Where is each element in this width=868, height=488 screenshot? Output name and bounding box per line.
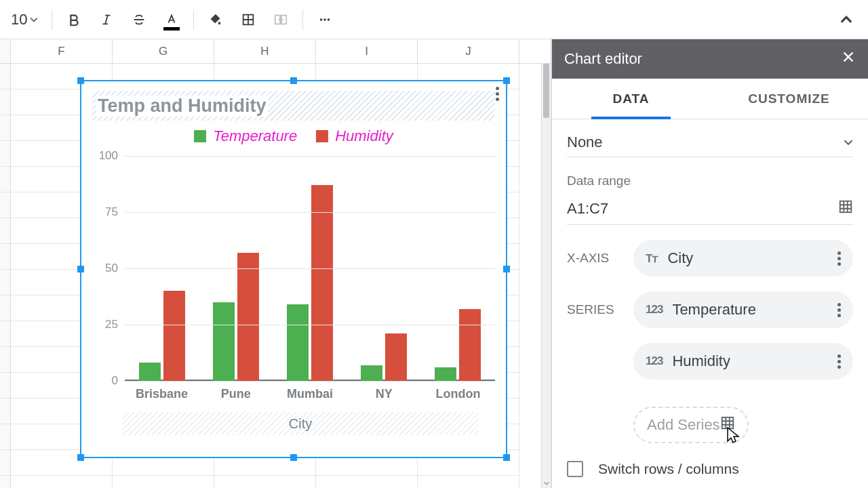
number-type-icon: 123 <box>646 303 663 317</box>
data-range-label: Data range <box>567 174 853 188</box>
chip-text: City <box>667 249 693 267</box>
panel-body: None Data range A1:C7 X-AXIS Tᴛ City S <box>552 119 868 488</box>
chart-plot: 0255075100 BrisbanePuneMumbaiNYLondon <box>92 152 495 409</box>
close-panel-button[interactable] <box>841 49 856 68</box>
chevron-down-icon <box>30 16 38 24</box>
resize-handle[interactable] <box>290 77 297 84</box>
paint-bucket-icon <box>208 12 223 27</box>
vertical-ellipsis-icon <box>837 354 841 369</box>
more-button[interactable] <box>310 5 340 35</box>
embedded-chart[interactable]: Temp and Humidity Temperature Humidity 0… <box>80 80 507 458</box>
strikethrough-button[interactable] <box>124 5 154 35</box>
italic-icon <box>99 12 114 27</box>
ellipsis-icon <box>317 12 332 27</box>
combine-ranges-select[interactable]: None <box>567 127 853 157</box>
resize-handle[interactable] <box>503 266 510 272</box>
text-type-icon: Tᴛ <box>646 251 658 266</box>
strikethrough-icon <box>132 12 146 27</box>
number-type-icon: 123 <box>646 354 663 368</box>
chevron-down-icon <box>844 138 853 147</box>
separator <box>52 9 52 30</box>
bold-button[interactable] <box>59 5 89 35</box>
legend-label: Humidity <box>335 127 393 145</box>
add-series-label: Add Series <box>647 416 720 434</box>
column-headers: F G H I J <box>0 39 551 64</box>
spreadsheet-area[interactable]: F G H I J Temp and <box>0 39 551 488</box>
resize-handle[interactable] <box>77 266 84 272</box>
select-value: None <box>567 134 603 151</box>
add-series-button[interactable]: Add Series <box>633 407 749 443</box>
chip-menu-button[interactable] <box>837 303 841 317</box>
legend-swatch-humidity <box>316 130 328 142</box>
chart-title-text: Temp and Humidity <box>96 96 268 117</box>
italic-button[interactable] <box>92 5 121 35</box>
select-range-button[interactable] <box>838 199 853 218</box>
text-color-button[interactable] <box>157 5 186 35</box>
data-range-value: A1:C7 <box>567 200 608 218</box>
chip-text: Humidity <box>672 352 730 370</box>
font-size-value: 10 <box>11 11 27 28</box>
font-size-selector[interactable]: 10 <box>4 8 45 31</box>
chip-menu-button[interactable] <box>837 354 841 369</box>
tab-data[interactable]: DATA <box>552 79 710 119</box>
resize-handle[interactable] <box>503 77 510 84</box>
column-header[interactable]: F <box>11 39 113 63</box>
chip-text: Temperature <box>672 301 756 319</box>
svg-point-4 <box>324 18 327 21</box>
switch-rows-cols-checkbox[interactable]: Switch rows / columns <box>567 461 853 477</box>
checkbox-label: Switch rows / columns <box>598 461 739 477</box>
bold-icon <box>66 12 81 27</box>
panel-header: Chart editor <box>552 39 868 79</box>
resize-handle[interactable] <box>503 454 510 461</box>
column-header[interactable]: G <box>113 39 214 63</box>
separator <box>193 9 194 30</box>
panel-title: Chart editor <box>564 50 642 68</box>
svg-point-5 <box>328 18 330 21</box>
chevron-up-icon <box>840 14 852 26</box>
vertical-ellipsis-icon <box>837 251 841 266</box>
resize-handle[interactable] <box>77 454 84 461</box>
svg-point-3 <box>320 18 323 21</box>
select-range-button[interactable] <box>720 415 735 434</box>
series-chip-humidity[interactable]: 123 Humidity <box>633 343 853 380</box>
options-checklist: Switch rows / columns Use row 1 as heade… <box>567 461 853 488</box>
legend-label: Temperature <box>213 127 297 145</box>
resize-handle[interactable] <box>77 77 84 84</box>
series-chip-temperature[interactable]: 123 Temperature <box>633 291 853 328</box>
legend-swatch-temperature <box>194 130 206 142</box>
svg-rect-6 <box>840 201 852 212</box>
text-color-icon <box>164 12 179 27</box>
borders-button[interactable] <box>233 5 263 35</box>
vertical-scrollbar[interactable] <box>541 64 551 488</box>
merge-cells-button[interactable] <box>266 5 296 35</box>
workspace: F G H I J Temp and <box>0 39 868 488</box>
borders-icon <box>241 12 256 27</box>
panel-tabs: DATA CUSTOMIZE <box>552 79 868 119</box>
close-icon <box>841 49 856 64</box>
vertical-ellipsis-icon <box>496 87 499 101</box>
tab-customize[interactable]: CUSTOMIZE <box>710 79 868 119</box>
column-header[interactable]: H <box>214 39 316 63</box>
vertical-ellipsis-icon <box>837 303 841 317</box>
column-header[interactable]: I <box>316 39 418 63</box>
merge-cells-icon <box>273 12 288 27</box>
resize-handle[interactable] <box>290 454 297 461</box>
column-header[interactable]: J <box>418 39 519 63</box>
x-axis-title[interactable]: City <box>122 412 479 435</box>
scroll-down-icon <box>544 481 549 486</box>
grid-icon <box>838 199 853 214</box>
separator <box>302 9 303 30</box>
chart-legend: Temperature Humidity <box>81 123 506 148</box>
x-axis-label: X-AXIS <box>567 251 621 266</box>
collapse-toolbar-button[interactable] <box>831 5 861 35</box>
chip-menu-button[interactable] <box>837 251 841 266</box>
toolbar: 10 <box>0 0 868 39</box>
series-label: SERIES <box>567 302 621 317</box>
chart-title[interactable]: Temp and Humidity <box>92 91 495 121</box>
data-range-field[interactable]: A1:C7 <box>567 192 853 225</box>
chart-menu-button[interactable] <box>496 87 499 101</box>
cursor-icon <box>726 426 742 445</box>
chart-editor-panel: Chart editor DATA CUSTOMIZE None Data ra… <box>551 39 868 488</box>
fill-color-button[interactable] <box>201 5 231 35</box>
x-axis-chip[interactable]: Tᴛ City <box>633 240 853 277</box>
